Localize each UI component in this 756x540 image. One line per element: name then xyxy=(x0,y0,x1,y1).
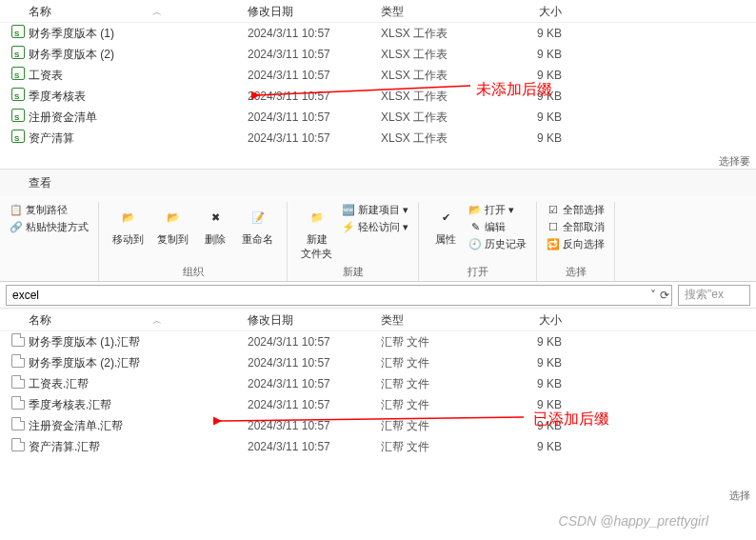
file-name: 工资表 xyxy=(29,67,248,84)
path-text: excel xyxy=(12,289,39,302)
properties-button[interactable]: ✔属性 xyxy=(428,202,463,249)
paste-shortcut-button[interactable]: 🔗粘贴快捷方式 xyxy=(10,219,89,235)
organize-group: 📂移动到 📂复制到 ✖删除 📝重命名 组织 xyxy=(99,202,288,281)
file-size: 9 KB xyxy=(486,109,590,126)
file-size: 9 KB xyxy=(486,46,590,63)
column-name[interactable]: 名称︿ xyxy=(0,312,248,329)
copy-icon: 📂 xyxy=(160,204,187,230)
invert-selection-button[interactable]: 🔁反向选择 xyxy=(547,236,605,252)
file-type: XLSX 工作表 xyxy=(381,46,486,63)
refresh-icon[interactable]: ⟳ xyxy=(660,289,669,302)
edit-icon: ✎ xyxy=(468,221,482,234)
edit-button[interactable]: ✎编辑 xyxy=(468,219,527,235)
file-date: 2024/3/11 10:57 xyxy=(248,25,381,42)
file-type: 汇帮 文件 xyxy=(381,438,486,455)
column-name[interactable]: 名称︿ xyxy=(0,4,248,20)
file-row[interactable]: 财务季度版本 (2)2024/3/11 10:57XLSX 工作表9 KB xyxy=(0,44,756,65)
file-icon xyxy=(11,354,25,368)
file-size: 9 KB xyxy=(486,67,590,84)
file-row[interactable]: 财务季度版本 (2).汇帮2024/3/11 10:57汇帮 文件9 KB xyxy=(0,352,756,373)
file-type: XLSX 工作表 xyxy=(381,109,486,126)
select-label: 选择 xyxy=(566,263,587,281)
file-icon xyxy=(11,417,25,430)
open-button[interactable]: 📂打开 ▾ xyxy=(468,202,527,218)
new-item-button[interactable]: 🆕新建项目 ▾ xyxy=(342,202,408,218)
column-type[interactable]: 类型 xyxy=(381,4,486,20)
column-size[interactable]: 大小 xyxy=(486,312,590,329)
shortcut-icon: 🔗 xyxy=(10,221,23,234)
bottom-window: 查看 📋复制路径 🔗粘贴快捷方式 📂移动到 📂复制到 ✖删除 📝重命名 组织 xyxy=(0,170,756,540)
file-size: 9 KB xyxy=(486,333,590,350)
bottom-file-list: 财务季度版本 (1).汇帮2024/3/11 10:57汇帮 文件9 KB 财务… xyxy=(0,331,756,457)
file-row[interactable]: 注册资金清单.汇帮2024/3/11 10:57汇帮 文件9 KB xyxy=(0,415,756,436)
column-headers-bottom: 名称︿ 修改日期 类型 大小 xyxy=(0,309,756,331)
file-icon xyxy=(11,375,25,389)
history-button[interactable]: 🕘历史记录 xyxy=(468,236,527,252)
file-icon xyxy=(11,396,25,410)
file-name: 注册资金清单 xyxy=(29,109,248,126)
file-type: 汇帮 文件 xyxy=(381,354,486,371)
path-icon: 📋 xyxy=(10,204,23,217)
delete-button[interactable]: ✖删除 xyxy=(198,202,232,249)
easy-access-button[interactable]: ⚡轻松访问 ▾ xyxy=(342,219,408,235)
file-size: 9 KB xyxy=(486,375,590,392)
sort-chevron-icon: ︿ xyxy=(152,6,162,19)
select-all-button[interactable]: ☑全部选择 xyxy=(547,202,605,218)
copy-to-button[interactable]: 📂复制到 xyxy=(153,202,192,249)
path-input[interactable]: excel ˅ ⟳ xyxy=(6,285,672,306)
copy-path-button[interactable]: 📋复制路径 xyxy=(10,202,89,218)
file-name: 资产清算 xyxy=(29,130,248,147)
rename-button[interactable]: 📝重命名 xyxy=(238,202,277,249)
xlsx-icon xyxy=(11,88,25,101)
file-type: 汇帮 文件 xyxy=(381,375,486,392)
file-row[interactable]: 工资表2024/3/11 10:57XLSX 工作表9 KB xyxy=(0,65,756,86)
file-row[interactable]: 资产清算2024/3/11 10:57XLSX 工作表9 KB xyxy=(0,128,756,149)
file-size: 9 KB xyxy=(486,88,590,105)
column-date[interactable]: 修改日期 xyxy=(248,4,381,20)
organize-label: 组织 xyxy=(183,263,204,281)
xlsx-icon xyxy=(11,109,25,122)
status-text: 选择要 xyxy=(719,154,750,169)
new-folder-icon: 📁 xyxy=(304,204,330,230)
file-row[interactable]: 资产清算.汇帮2024/3/11 10:57汇帮 文件9 KB xyxy=(0,436,756,457)
xlsx-icon xyxy=(11,130,25,143)
file-date: 2024/3/11 10:57 xyxy=(248,417,381,434)
file-row[interactable]: 季度考核表2024/3/11 10:57XLSX 工作表9 KB xyxy=(0,86,756,107)
column-type[interactable]: 类型 xyxy=(381,312,486,329)
file-row[interactable]: 工资表.汇帮2024/3/11 10:57汇帮 文件9 KB xyxy=(0,373,756,394)
select-none-button[interactable]: ☐全部取消 xyxy=(547,219,605,235)
file-size: 9 KB xyxy=(486,25,590,42)
file-date: 2024/3/11 10:57 xyxy=(248,109,381,126)
file-size: 9 KB xyxy=(486,130,590,147)
file-row[interactable]: 季度考核表.汇帮2024/3/11 10:57汇帮 文件9 KB xyxy=(0,394,756,415)
file-row[interactable]: 财务季度版本 (1).汇帮2024/3/11 10:57汇帮 文件9 KB xyxy=(0,331,756,352)
column-size[interactable]: 大小 xyxy=(486,4,590,20)
file-type: XLSX 工作表 xyxy=(381,130,486,147)
select-none-icon: ☐ xyxy=(547,221,560,234)
file-date: 2024/3/11 10:57 xyxy=(248,88,381,105)
file-row[interactable]: 财务季度版本 (1)2024/3/11 10:57XLSX 工作表9 KB xyxy=(0,23,756,44)
move-icon: 📂 xyxy=(115,204,142,230)
file-name: 注册资金清单.汇帮 xyxy=(29,417,248,434)
new-folder-button[interactable]: 📁新建 文件夹 xyxy=(297,202,336,263)
top-file-list: 财务季度版本 (1)2024/3/11 10:57XLSX 工作表9 KB 财务… xyxy=(0,23,756,149)
column-date[interactable]: 修改日期 xyxy=(248,312,381,329)
open-group-label: 打开 xyxy=(468,263,488,281)
file-size: 9 KB xyxy=(486,438,590,455)
view-tab[interactable]: 查看 xyxy=(29,175,51,191)
file-date: 2024/3/11 10:57 xyxy=(248,46,381,63)
file-name: 季度考核表 xyxy=(29,88,248,105)
search-input[interactable]: 搜索"ex xyxy=(678,285,750,306)
file-type: XLSX 工作表 xyxy=(381,67,486,84)
file-row[interactable]: 注册资金清单2024/3/11 10:57XLSX 工作表9 KB xyxy=(0,107,756,128)
chevron-down-icon[interactable]: ˅ xyxy=(650,289,656,302)
file-type: 汇帮 文件 xyxy=(381,333,486,350)
file-type: 汇帮 文件 xyxy=(381,396,486,413)
file-date: 2024/3/11 10:57 xyxy=(248,333,381,350)
file-type: XLSX 工作表 xyxy=(381,25,486,42)
file-date: 2024/3/11 10:57 xyxy=(248,354,381,371)
tab-bar: 查看 xyxy=(0,170,756,196)
move-to-button[interactable]: 📂移动到 xyxy=(109,202,148,249)
select-group: ☑全部选择 ☐全部取消 🔁反向选择 选择 xyxy=(537,202,615,281)
status-text: 选择 xyxy=(729,489,750,503)
